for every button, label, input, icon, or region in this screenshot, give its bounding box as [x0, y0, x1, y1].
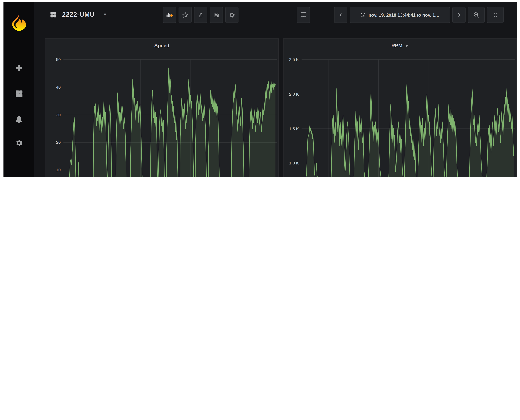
time-range-forward-button[interactable]: [452, 7, 466, 23]
dashboard-picker[interactable]: 2222-UMU ▼: [50, 2, 107, 27]
cycle-view-mode-button[interactable]: [297, 7, 310, 23]
app-screen: ? 2222-UMU ▼: [4, 2, 517, 177]
add-panel-icon: [166, 11, 173, 18]
dashboards-icon[interactable]: [4, 89, 34, 99]
side-menu: ?: [4, 2, 34, 177]
time-range-picker[interactable]: nov. 19, 2018 13:44:41 to nov. 1…: [350, 7, 450, 23]
panel-rpm: RPM▼ RPM 13:5014:0014:1014:202.5 K2.0 K1…: [283, 38, 517, 177]
dashboard-title: 2222-UMU: [62, 11, 95, 18]
panel-menu-caret-icon: ▼: [405, 44, 409, 48]
chevron-left-icon: [338, 12, 343, 18]
alerting-bell-icon[interactable]: [4, 114, 34, 125]
share-icon: [198, 12, 204, 18]
time-controls: nov. 19, 2018 13:44:41 to nov. 1…: [334, 7, 504, 23]
y-axis-tick-label: 1.0 K: [283, 160, 299, 166]
gear-icon: [229, 12, 235, 18]
star-icon: [182, 12, 188, 18]
save-icon: [213, 12, 219, 18]
chevron-right-icon: [457, 12, 461, 18]
y-axis-tick-label: 2.5 K: [283, 57, 299, 62]
y-axis-tick-label: 2.0 K: [283, 91, 299, 97]
configuration-gear-icon[interactable]: [4, 138, 34, 148]
grafana-app: ? 2222-UMU ▼: [0, 0, 520, 177]
dashboard-settings-button[interactable]: [225, 7, 239, 23]
star-dashboard-button[interactable]: [179, 7, 192, 23]
save-dashboard-button[interactable]: [210, 7, 223, 23]
time-range-back-button[interactable]: [334, 7, 347, 23]
navbar: 2222-UMU ▼: [34, 2, 517, 27]
y-axis-tick-label: 20: [45, 140, 61, 145]
speed-time-series-chart[interactable]: [45, 39, 279, 177]
grafana-logo-icon[interactable]: [4, 14, 34, 31]
y-axis-tick-label: 40: [45, 84, 61, 90]
panel-title[interactable]: Speed: [45, 43, 278, 49]
create-plus-icon[interactable]: [4, 63, 34, 73]
panel-title[interactable]: RPM▼: [283, 43, 516, 49]
refresh-dashboard-button[interactable]: [487, 7, 504, 23]
time-range-text: nov. 19, 2018 13:44:41 to nov. 1…: [369, 12, 440, 18]
dashboard-squares-icon: [50, 11, 57, 18]
add-panel-button[interactable]: [163, 7, 176, 23]
clock-icon: [360, 12, 366, 18]
rpm-time-series-chart[interactable]: [283, 39, 517, 177]
zoom-out-time-button[interactable]: [468, 7, 485, 23]
share-dashboard-button[interactable]: [194, 7, 207, 23]
y-axis-tick-label: 10: [45, 167, 61, 173]
y-axis-tick-label: 1.5 K: [283, 126, 299, 131]
y-axis-tick-label: 30: [45, 112, 61, 118]
monitor-icon: [300, 11, 307, 18]
y-axis-tick-label: 50: [45, 57, 61, 62]
dashboard-actions: [163, 7, 238, 23]
panel-speed: Speed SPEED (kph) 13:5014:0014:1014:2050…: [45, 38, 279, 177]
chevron-down-icon: ▼: [103, 12, 107, 17]
refresh-icon: [492, 11, 499, 18]
zoom-out-icon: [473, 11, 480, 18]
